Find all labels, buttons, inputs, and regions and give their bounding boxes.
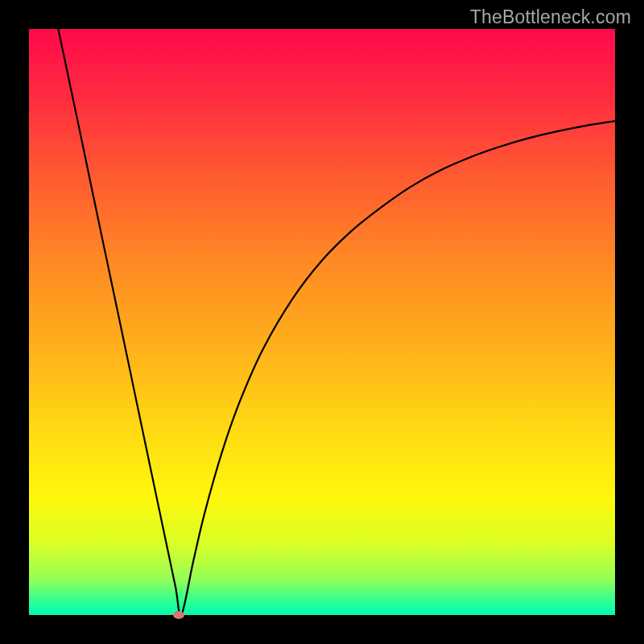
bottleneck-curve [29,29,615,615]
curve-path [58,29,615,615]
minimum-marker [173,611,184,619]
chart-frame: TheBottleneck.com [0,0,644,644]
plot-area [29,29,615,615]
watermark-text: TheBottleneck.com [470,6,631,28]
